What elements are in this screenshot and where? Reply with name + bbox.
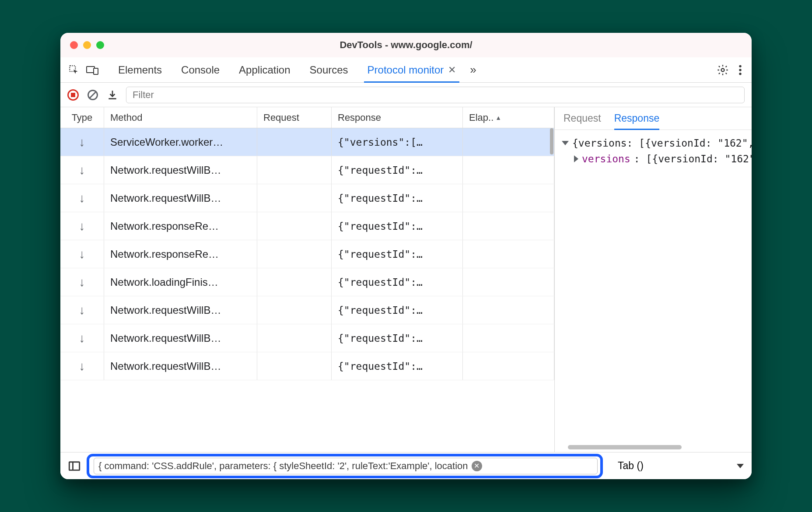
cell-method: Network.requestWillB…: [104, 324, 257, 352]
cell-request: [257, 352, 332, 380]
cell-response: {"requestId":…: [332, 296, 463, 324]
cell-direction: ↓: [60, 184, 104, 212]
cell-elapsed: [463, 184, 554, 212]
device-toolbar-icon[interactable]: [86, 65, 99, 75]
table-row[interactable]: ↓ServiceWorker.worker…{"versions":[…: [60, 128, 554, 156]
cell-direction: ↓: [60, 268, 104, 296]
toggle-sidebar-icon[interactable]: [68, 461, 80, 471]
tab-label: Protocol monitor: [368, 64, 444, 76]
cell-elapsed: [463, 296, 554, 324]
horizontal-scrollbar-thumb[interactable]: [568, 445, 682, 449]
window-close-button[interactable]: [70, 41, 78, 49]
cell-method: Network.requestWillB…: [104, 296, 257, 324]
cell-request: [257, 324, 332, 352]
table-row[interactable]: ↓Network.requestWillB…{"requestId":…: [60, 156, 554, 184]
table-row[interactable]: ↓Network.responseRe…{"requestId":…: [60, 240, 554, 268]
detail-tab-response[interactable]: Response: [614, 107, 660, 130]
clear-input-icon[interactable]: ✕: [472, 461, 482, 471]
cell-response: {"requestId":…: [332, 184, 463, 212]
cell-method: Network.requestWillB…: [104, 156, 257, 184]
cell-elapsed: [463, 156, 554, 184]
cell-method: Network.responseRe…: [104, 240, 257, 268]
svg-rect-2: [94, 68, 98, 74]
cell-request: [257, 212, 332, 240]
cell-response: {"requestId":…: [332, 324, 463, 352]
close-tab-icon[interactable]: ✕: [448, 64, 456, 76]
cell-response: {"versions":[…: [332, 128, 463, 156]
col-header-label: Elap..: [469, 112, 494, 123]
cell-direction: ↓: [60, 296, 104, 324]
tab-protocol-monitor[interactable]: Protocol monitor ✕: [358, 57, 466, 82]
cell-response: {"requestId":…: [332, 156, 463, 184]
settings-icon[interactable]: [717, 64, 729, 76]
cell-request: [257, 184, 332, 212]
command-text: { command: 'CSS.addRule', parameters: { …: [98, 460, 468, 472]
tab-label: Sources: [310, 64, 348, 76]
cell-method: ServiceWorker.worker…: [104, 128, 257, 156]
cell-response: {"requestId":…: [332, 240, 463, 268]
cell-elapsed: [463, 324, 554, 352]
cell-response: {"requestId":…: [332, 268, 463, 296]
devtools-window: DevTools - www.google.com/ Elements Cons…: [60, 33, 752, 479]
main-split: Type Method Request Response Elap.. ▲ ↓S…: [60, 107, 752, 452]
cell-method: Network.requestWillB…: [104, 184, 257, 212]
command-bar: { command: 'CSS.addRule', parameters: { …: [60, 452, 752, 479]
table-row[interactable]: ↓Network.loadingFinis…{"requestId":…: [60, 268, 554, 296]
col-header-type[interactable]: Type: [60, 107, 104, 128]
chevron-down-icon[interactable]: [737, 464, 744, 468]
download-icon[interactable]: [107, 89, 118, 101]
cell-direction: ↓: [60, 156, 104, 184]
cell-response: {"requestId":…: [332, 352, 463, 380]
message-table-pane: Type Method Request Response Elap.. ▲ ↓S…: [60, 107, 555, 452]
cell-request: [257, 268, 332, 296]
tree-row-root[interactable]: {versions: [{versionId: "162",: [562, 135, 745, 151]
cell-request: [257, 128, 332, 156]
cell-direction: ↓: [60, 352, 104, 380]
cell-elapsed: [463, 268, 554, 296]
svg-point-3: [721, 68, 724, 71]
cell-direction: ↓: [60, 128, 104, 156]
kebab-menu-icon[interactable]: [738, 64, 742, 76]
tab-label: Elements: [118, 64, 162, 76]
table-row[interactable]: ↓Network.responseRe…{"requestId":…: [60, 212, 554, 240]
svg-point-6: [739, 72, 741, 74]
table-row[interactable]: ↓Network.requestWillB…{"requestId":…: [60, 352, 554, 380]
table-row[interactable]: ↓Network.requestWillB…{"requestId":…: [60, 296, 554, 324]
tree-row-child[interactable]: versions : [{versionId: "162": [562, 151, 745, 167]
protocol-toolbar: [60, 83, 752, 107]
command-input-wrap: { command: 'CSS.addRule', parameters: { …: [87, 454, 603, 478]
col-header-request[interactable]: Request: [257, 107, 332, 128]
window-title: DevTools - www.google.com/: [60, 39, 752, 51]
more-tabs-icon[interactable]: »: [470, 63, 476, 77]
table-row[interactable]: ↓Network.requestWillB…{"requestId":…: [60, 184, 554, 212]
tab-console[interactable]: Console: [172, 57, 229, 82]
table-header: Type Method Request Response Elap.. ▲: [60, 107, 554, 128]
caret-down-icon[interactable]: [562, 141, 569, 145]
tree-text: {versions: [{versionId: "162",: [572, 137, 752, 149]
col-header-response[interactable]: Response: [332, 107, 463, 128]
record-button[interactable]: [67, 89, 79, 101]
col-header-method[interactable]: Method: [104, 107, 257, 128]
table-row[interactable]: ↓Network.requestWillB…{"requestId":…: [60, 324, 554, 352]
tab-elements[interactable]: Elements: [108, 57, 172, 82]
cell-direction: ↓: [60, 212, 104, 240]
window-zoom-button[interactable]: [96, 41, 104, 49]
cell-response: {"requestId":…: [332, 212, 463, 240]
detail-tab-request[interactable]: Request: [564, 107, 601, 130]
cell-direction: ↓: [60, 240, 104, 268]
filter-input[interactable]: [126, 87, 745, 103]
command-input[interactable]: { command: 'CSS.addRule', parameters: { …: [94, 458, 598, 474]
col-header-elapsed[interactable]: Elap.. ▲: [463, 107, 554, 128]
tab-application[interactable]: Application: [229, 57, 300, 82]
tab-sources[interactable]: Sources: [300, 57, 358, 82]
window-minimize-button[interactable]: [83, 41, 91, 49]
caret-right-icon[interactable]: [574, 155, 578, 162]
vertical-scrollbar-thumb[interactable]: [550, 128, 553, 154]
cell-direction: ↓: [60, 324, 104, 352]
inspect-element-icon[interactable]: [68, 64, 80, 76]
clear-icon[interactable]: [87, 89, 99, 101]
tab-label: Console: [181, 64, 220, 76]
cell-elapsed: [463, 128, 554, 156]
titlebar: DevTools - www.google.com/: [60, 33, 752, 57]
tab-hint: Tab (): [618, 460, 644, 472]
